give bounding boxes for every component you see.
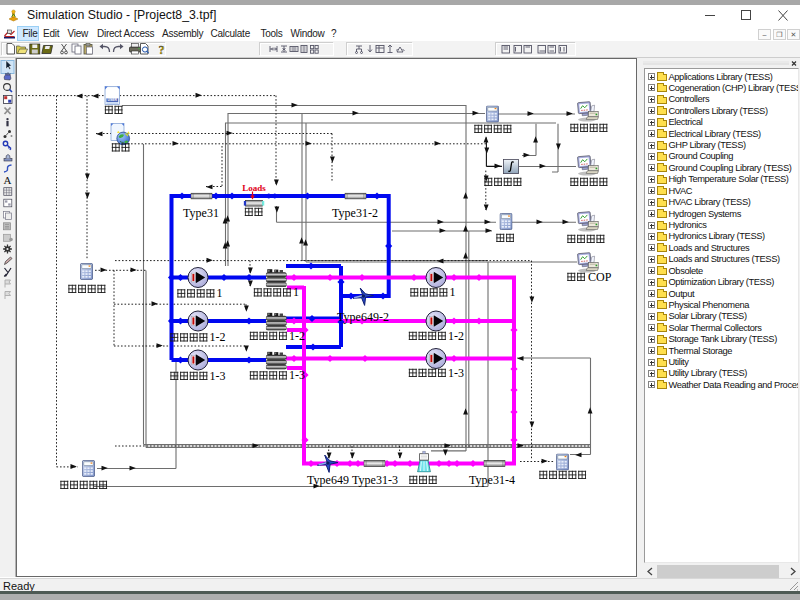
svg-text:?: ?: [159, 43, 165, 57]
svg-text:1-2: 1-2: [210, 330, 226, 344]
svg-text:Type31: Type31: [183, 206, 219, 220]
svg-text:Type31-2: Type31-2: [332, 206, 378, 220]
svg-text:1-3: 1-3: [210, 369, 226, 383]
svg-text:1: 1: [293, 285, 299, 299]
svg-text:COP: COP: [588, 270, 612, 284]
svg-text:1-2: 1-2: [289, 329, 305, 343]
svg-text:A: A: [4, 174, 12, 186]
svg-text:Loads: Loads: [242, 183, 266, 193]
svg-text:1: 1: [450, 285, 456, 299]
svg-text:Type649: Type649: [307, 473, 349, 487]
svg-text:1-3: 1-3: [289, 368, 305, 382]
svg-text:1-3: 1-3: [448, 366, 464, 380]
svg-text:Type649-2: Type649-2: [337, 310, 389, 324]
svg-text:Type31-3: Type31-3: [352, 473, 398, 487]
svg-text:1-2: 1-2: [448, 329, 464, 343]
svg-text:1: 1: [217, 286, 223, 300]
svg-text:Type31-4: Type31-4: [469, 473, 515, 487]
